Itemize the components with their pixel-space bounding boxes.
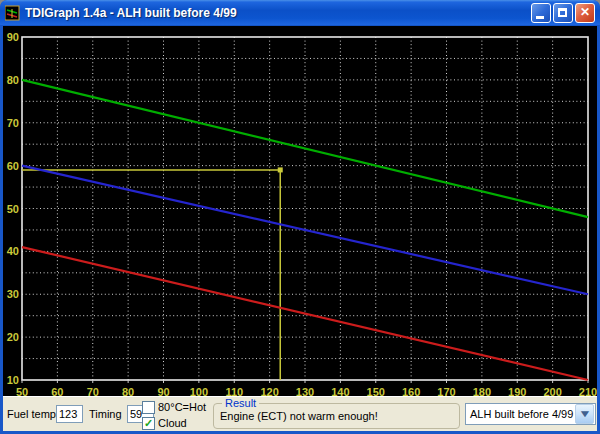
x-tick-label: 160 xyxy=(402,386,420,396)
cloud-checkbox[interactable]: ✓ xyxy=(142,417,155,430)
minimize-icon xyxy=(536,16,544,19)
hot-checkbox[interactable] xyxy=(142,401,155,414)
y-tick-label: 40 xyxy=(7,245,19,257)
y-tick-label: 30 xyxy=(7,288,19,300)
chart-area: 5060708090100110120130140150160170180190… xyxy=(3,26,597,396)
chevron-down-icon: ▼ xyxy=(578,409,592,419)
minimize-button[interactable] xyxy=(531,3,551,23)
model-select[interactable]: ALH built before 4/99 ▼ xyxy=(465,403,596,425)
maximize-icon xyxy=(558,8,567,17)
timing-chart: 5060708090100110120130140150160170180190… xyxy=(3,26,597,396)
title-bar[interactable]: TDIGraph 1.4a - ALH built before 4/99 ✕ xyxy=(0,0,600,26)
x-tick-label: 200 xyxy=(543,386,561,396)
app-window: TDIGraph 1.4a - ALH built before 4/99 ✕ … xyxy=(0,0,600,434)
y-tick-label: 90 xyxy=(7,31,19,43)
x-tick-label: 150 xyxy=(367,386,385,396)
cloud-checkbox-row: ✓ Cloud xyxy=(142,416,187,430)
timing-label: Timing xyxy=(89,408,122,420)
x-tick-label: 140 xyxy=(331,386,349,396)
fuel-temp-label: Fuel temp xyxy=(7,408,56,420)
hot-checkbox-row: 80°C=Hot xyxy=(142,400,206,414)
x-tick-label: 210 xyxy=(579,386,597,396)
x-tick-label: 110 xyxy=(225,386,243,396)
y-tick-label: 70 xyxy=(7,117,19,129)
result-group-label: Result xyxy=(222,397,259,409)
hot-checkbox-label: 80°C=Hot xyxy=(158,401,206,413)
crosshair-marker xyxy=(278,167,283,172)
y-tick-label: 80 xyxy=(7,74,19,86)
fuel-temp-input[interactable] xyxy=(56,405,83,423)
series-red-line xyxy=(22,247,588,380)
control-panel: Fuel temp Timing 80°C=Hot ✓ Cloud Result… xyxy=(3,396,597,431)
cloud-checkbox-label: Cloud xyxy=(158,417,187,429)
plot-border xyxy=(22,37,588,380)
result-text: Engine (ECT) not warm enough! xyxy=(220,410,378,422)
y-tick-label: 20 xyxy=(7,331,19,343)
x-tick-label: 120 xyxy=(260,386,278,396)
close-icon: ✕ xyxy=(576,5,594,19)
window-title: TDIGraph 1.4a - ALH built before 4/99 xyxy=(25,6,531,20)
y-tick-label: 10 xyxy=(7,374,19,386)
result-group: Result Engine (ECT) not warm enough! xyxy=(213,397,460,429)
x-tick-label: 70 xyxy=(87,386,99,396)
x-tick-label: 170 xyxy=(437,386,455,396)
x-tick-label: 50 xyxy=(16,386,28,396)
x-tick-label: 60 xyxy=(51,386,63,396)
close-button[interactable]: ✕ xyxy=(575,3,595,23)
x-tick-label: 190 xyxy=(508,386,526,396)
model-select-value: ALH built before 4/99 xyxy=(466,408,574,420)
x-tick-label: 130 xyxy=(296,386,314,396)
x-tick-label: 90 xyxy=(157,386,169,396)
y-tick-label: 50 xyxy=(7,203,19,215)
maximize-button[interactable] xyxy=(553,3,573,23)
x-tick-label: 100 xyxy=(190,386,208,396)
x-tick-label: 80 xyxy=(122,386,134,396)
dropdown-button[interactable]: ▼ xyxy=(575,404,594,424)
series-green-line xyxy=(22,80,588,217)
x-tick-label: 180 xyxy=(473,386,491,396)
app-icon xyxy=(5,5,21,21)
y-tick-label: 60 xyxy=(7,160,19,172)
